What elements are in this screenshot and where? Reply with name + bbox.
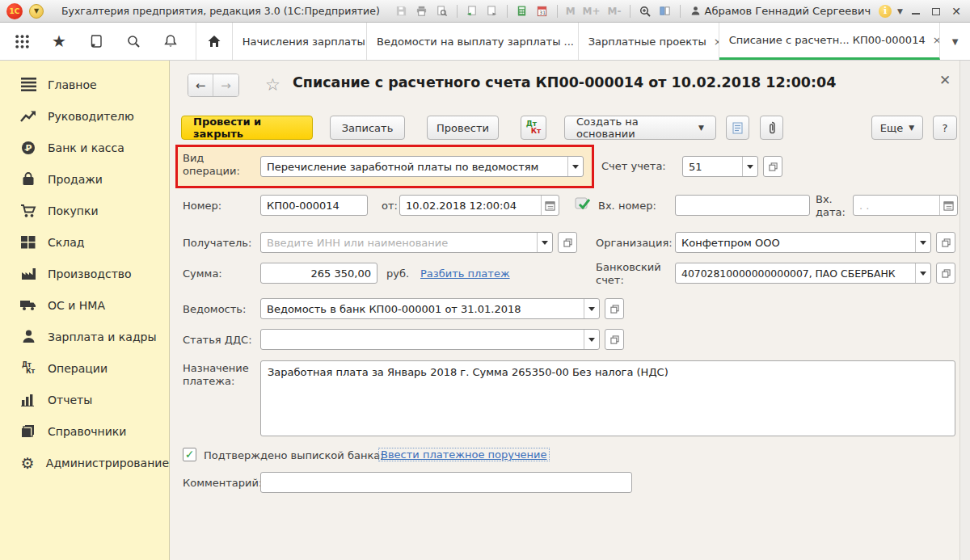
enter-payment-order-link[interactable]: Ввести платежное поручение: [378, 448, 550, 461]
bar-chart-icon: [19, 392, 37, 408]
main-menu-button[interactable]: ▼: [29, 4, 44, 19]
tab-overflow-button[interactable]: ▼: [940, 23, 970, 60]
memory-m-button[interactable]: M: [565, 6, 576, 17]
panel-buttons: ★: [0, 23, 196, 60]
favorite-star-icon[interactable]: ☆: [265, 75, 280, 95]
memory-m-minus-button[interactable]: M-: [607, 6, 622, 17]
more-button[interactable]: Еще▼: [871, 116, 923, 140]
memory-m-plus-button[interactable]: M+: [582, 6, 601, 17]
date-input[interactable]: [400, 196, 541, 215]
home-tab[interactable]: [196, 23, 233, 60]
calendar-icon[interactable]: 31: [535, 4, 550, 19]
sections-grid-icon[interactable]: [13, 32, 31, 50]
print-preview-icon[interactable]: [435, 4, 449, 19]
titlebar: 1С ▼ Бухгалтерия предприятия, редакция 3…: [0, 0, 970, 23]
dropdown-arrow-icon[interactable]: [537, 233, 552, 252]
incoming-number-input[interactable]: [676, 196, 809, 215]
tab-payment-sheets[interactable]: Ведомости на выплату зарплаты ... ×: [367, 23, 579, 60]
dropdown-arrow-icon[interactable]: [742, 157, 757, 176]
minimize-button[interactable]: [909, 5, 923, 18]
dropdown-arrow-icon[interactable]: [915, 233, 930, 252]
gear-icon: ⚙: [19, 455, 36, 471]
sidebar-item-main[interactable]: Главное: [0, 69, 169, 100]
split-payment-link[interactable]: Разбить платеж: [420, 267, 510, 280]
comment-input[interactable]: [261, 473, 631, 492]
purpose-textarea[interactable]: Заработная плата за Январь 2018 г. Сумма…: [260, 360, 955, 436]
sidebar-item-directories[interactable]: Справочники: [0, 415, 169, 447]
sheet-open-button[interactable]: [605, 298, 624, 319]
back-button[interactable]: ←: [188, 74, 213, 96]
number-field: [260, 195, 368, 216]
dropdown-arrow-icon[interactable]: [915, 263, 930, 283]
history-icon[interactable]: [87, 32, 105, 50]
sidebar-item-operations[interactable]: ДтКт Операции: [0, 352, 169, 384]
favorites-star-icon[interactable]: ★: [50, 32, 68, 50]
save-button[interactable]: Записать: [330, 116, 405, 140]
organization-combobox[interactable]: Конфетпром ООО: [675, 232, 931, 253]
account-input[interactable]: [683, 157, 742, 176]
calendar-picker-icon[interactable]: [939, 196, 957, 215]
attachments-button[interactable]: [760, 116, 783, 140]
export-file-icon[interactable]: [465, 4, 479, 19]
dropdown-arrow-icon[interactable]: [584, 330, 599, 349]
confirmed-checkbox[interactable]: ✓: [183, 448, 196, 461]
user-name: Абрамов Геннадий Сергеевич: [705, 5, 871, 17]
vertical-scrollbar[interactable]: [959, 61, 970, 560]
number-input[interactable]: [261, 196, 367, 215]
sidebar-item-fixed-assets[interactable]: ОС и НМА: [0, 289, 169, 321]
bank-account-open-button[interactable]: [936, 263, 955, 284]
amount-input[interactable]: [261, 263, 377, 283]
sidebar-item-production[interactable]: Производство: [0, 258, 169, 289]
help-button[interactable]: ?: [933, 116, 957, 140]
account-open-button[interactable]: [763, 156, 782, 177]
calculator-icon[interactable]: [515, 4, 529, 19]
tab-close-icon[interactable]: ×: [933, 34, 940, 46]
dds-combobox[interactable]: [260, 329, 600, 350]
forward-button[interactable]: →: [213, 74, 238, 96]
sidebar-item-administration[interactable]: ⚙ Администрирование: [0, 447, 169, 478]
account-combobox[interactable]: [682, 156, 758, 177]
sidebar-item-manager[interactable]: Руководителю: [0, 100, 169, 132]
create-based-on-button[interactable]: Создать на основании▼: [564, 116, 716, 140]
payee-open-button[interactable]: [558, 232, 577, 253]
sidebar-item-warehouse[interactable]: Склад: [0, 226, 169, 258]
info-icon[interactable]: i: [879, 5, 892, 18]
tab-bank-debit-active[interactable]: Списание с расчетн... КП00-000014 ×: [719, 23, 940, 60]
titlebar-caret-icon[interactable]: ▼: [897, 7, 903, 15]
paperclip-icon: [768, 121, 776, 135]
operation-type-combobox[interactable]: Перечисление заработной платы по ведомос…: [260, 156, 584, 177]
document-report-button[interactable]: [726, 116, 749, 140]
dropdown-arrow-icon[interactable]: [584, 299, 599, 318]
incoming-date-field: . .: [853, 195, 958, 216]
sidebar-item-reports[interactable]: Отчеты: [0, 384, 169, 415]
zoom-icon[interactable]: [638, 4, 652, 19]
close-window-button[interactable]: ✕: [949, 5, 964, 18]
search-icon[interactable]: [124, 32, 142, 50]
sidebar-item-sales[interactable]: Продажи: [0, 163, 169, 195]
print-icon[interactable]: [415, 4, 429, 19]
sidebar-item-bank-cash[interactable]: Р Банк и касса: [0, 132, 169, 163]
bank-account-combobox[interactable]: 40702810000000000007, ПАО СБЕРБАНК: [675, 263, 931, 284]
dropdown-arrow-icon[interactable]: [567, 157, 583, 176]
notifications-bell-icon[interactable]: [162, 32, 179, 50]
form-close-button[interactable]: ✕: [939, 72, 951, 88]
tab-payroll-accruals[interactable]: Начисления зарплаты ×: [233, 23, 367, 60]
dds-open-button[interactable]: [605, 329, 624, 350]
tab-salary-projects[interactable]: Зарплатные проекты ×: [579, 23, 719, 60]
calendar-picker-icon[interactable]: [541, 196, 559, 215]
import-file-icon[interactable]: [485, 4, 500, 19]
sidebar-item-purchases[interactable]: Покупки: [0, 195, 169, 226]
organization-open-button[interactable]: [936, 232, 955, 253]
dtkt-postings-button[interactable]: ДтКт: [521, 116, 546, 140]
maximize-button[interactable]: [929, 5, 943, 18]
sheet-combobox[interactable]: Ведомость в банк КП00-000001 от 31.01.20…: [260, 298, 600, 319]
dds-label: Статья ДДС:: [183, 334, 252, 347]
tab-close-icon[interactable]: ×: [714, 36, 719, 48]
sidebar-item-payroll-hr[interactable]: Зарплата и кадры: [0, 321, 169, 352]
post-and-close-button[interactable]: Провести и закрыть: [181, 116, 313, 140]
save-icon[interactable]: [394, 4, 409, 19]
payee-combobox[interactable]: Введите ИНН или наименование: [260, 232, 553, 253]
post-button[interactable]: Провести: [427, 116, 499, 140]
current-user[interactable]: Абрамов Геннадий Сергеевич: [688, 5, 874, 17]
split-columns-icon[interactable]: [658, 4, 673, 19]
